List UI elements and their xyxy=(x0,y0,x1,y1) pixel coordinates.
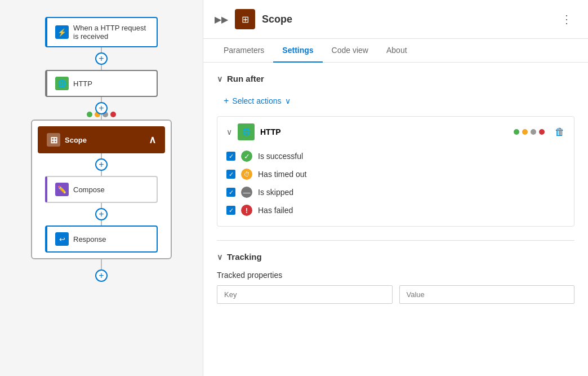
tracking-section: ∨ Tracking Tracked properties xyxy=(217,252,574,304)
scope-header-node[interactable]: ⊞ Scope ∧ xyxy=(38,126,165,153)
http-trigger-label: When a HTTP request is received xyxy=(73,24,146,41)
dot-red xyxy=(110,112,116,117)
add-step-after-scope[interactable]: + xyxy=(95,269,108,282)
condition-timedout-label: Has timed out xyxy=(258,170,306,179)
connector-after-scope: + xyxy=(95,259,108,282)
panel-header: ▶▶ ⊞ Scope ⋮ xyxy=(203,0,588,39)
connector-2: + xyxy=(95,97,108,120)
http-action-node[interactable]: 🌐 HTTP xyxy=(45,70,158,97)
run-after-label: Run after xyxy=(227,74,264,83)
http-run-after-label: HTTP xyxy=(260,127,508,136)
tab-settings[interactable]: Settings xyxy=(273,39,322,63)
compose-node[interactable]: ✏️ Compose xyxy=(45,176,158,203)
panel-collapse-button[interactable]: ▶▶ xyxy=(215,14,228,25)
line-scope xyxy=(101,153,102,158)
line-scope-b xyxy=(101,171,102,176)
compose-label: Compose xyxy=(73,185,105,194)
dot-green xyxy=(87,112,92,117)
run-after-section: ∨ Run after + Select actions ∨ ∨ 🌐 HTTP xyxy=(217,74,574,227)
tracked-key-input[interactable] xyxy=(217,285,393,304)
condition-timedout-row: ✓ ⏱ Has timed out xyxy=(226,165,565,183)
condition-successful-label: Is successful xyxy=(258,152,303,161)
select-actions-button[interactable]: + Select actions ∨ xyxy=(217,92,297,109)
condition-successful-checkbox[interactable]: ✓ xyxy=(226,152,235,161)
condition-skipped-icon: — xyxy=(241,187,252,198)
http-action-icon: 🌐 xyxy=(55,77,69,90)
condition-successful-row: ✓ ✓ Is successful xyxy=(226,147,565,165)
line-after-scope xyxy=(101,259,102,269)
http-dot-gray xyxy=(531,129,536,135)
condition-timedout-checkbox[interactable]: ✓ xyxy=(226,170,235,179)
http-trigger-icon: ⚡ xyxy=(55,25,69,39)
response-label: Response xyxy=(73,235,106,244)
line-compose xyxy=(101,203,102,208)
add-step-2[interactable]: + xyxy=(95,102,108,114)
http-status-dots xyxy=(514,129,545,135)
add-step-compose[interactable]: + xyxy=(95,208,108,220)
connector-scope-inner: + xyxy=(95,153,108,176)
scope-label: Scope xyxy=(65,136,87,144)
condition-failed-label: Has failed xyxy=(258,206,293,215)
scope-wrapper: ⊞ Scope ∧ + ✏️ Compose + xyxy=(31,120,172,259)
settings-tabs: Parameters Settings Code view About xyxy=(203,39,588,63)
plus-icon: + xyxy=(224,96,229,106)
tracking-header[interactable]: ∨ Tracking xyxy=(217,252,574,262)
connector-1: + xyxy=(95,47,108,70)
condition-timedout-icon: ⏱ xyxy=(241,169,252,180)
run-after-chevron: ∨ xyxy=(217,74,222,83)
http-dot-green xyxy=(514,129,519,135)
http-dot-yellow xyxy=(522,129,528,135)
compose-icon: ✏️ xyxy=(55,183,69,196)
tracked-properties-inputs xyxy=(217,285,574,304)
http-dot-red xyxy=(539,129,545,135)
condition-failed-row: ✓ ! Has failed xyxy=(226,201,565,219)
add-step-scope[interactable]: + xyxy=(95,158,108,171)
scope-container: ⊞ Scope ∧ + ✏️ Compose + xyxy=(31,120,172,259)
tracking-chevron: ∨ xyxy=(217,253,222,262)
http-run-after-header: ∨ 🌐 HTTP 🗑 xyxy=(226,123,565,140)
run-after-header[interactable]: ∨ Run after xyxy=(217,74,574,83)
workflow-canvas: ⚡ When a HTTP request is received + 🌐 HT… xyxy=(0,0,203,376)
response-icon: ↩ xyxy=(55,232,69,246)
scope-collapse-icon[interactable]: ∧ xyxy=(149,134,156,146)
response-node[interactable]: ↩ Response xyxy=(45,225,158,253)
scope-icon: ⊞ xyxy=(47,133,60,147)
flow-diagram: ⚡ When a HTTP request is received + 🌐 HT… xyxy=(31,17,172,282)
panel-title: Scope xyxy=(262,14,550,25)
line-2 xyxy=(101,97,102,102)
http-trigger-node[interactable]: ⚡ When a HTTP request is received xyxy=(45,17,158,47)
tracking-label: Tracking xyxy=(227,252,262,262)
tab-parameters[interactable]: Parameters xyxy=(215,39,273,63)
settings-panel: ▶▶ ⊞ Scope ⋮ Parameters Settings Code vi… xyxy=(203,0,588,376)
tab-about[interactable]: About xyxy=(377,39,416,63)
more-options-button[interactable]: ⋮ xyxy=(556,10,577,28)
dropdown-arrow-icon: ∨ xyxy=(285,96,291,105)
http-run-after-icon: 🌐 xyxy=(238,123,255,140)
settings-content: ∨ Run after + Select actions ∨ ∨ 🌐 HTTP xyxy=(203,63,588,376)
tracked-value-input[interactable] xyxy=(399,285,575,304)
scope-header-icon: ⊞ xyxy=(235,9,255,29)
condition-failed-checkbox[interactable]: ✓ xyxy=(226,206,235,215)
tab-codeview[interactable]: Code view xyxy=(323,39,377,63)
condition-skipped-label: Is skipped xyxy=(258,188,293,197)
select-actions-label: Select actions xyxy=(232,96,281,105)
connector-compose: + xyxy=(95,203,108,225)
line-1 xyxy=(101,47,102,52)
add-step-1[interactable]: + xyxy=(95,52,108,65)
http-run-after-block: ∨ 🌐 HTTP 🗑 ✓ ✓ Is successful xyxy=(217,116,574,227)
http-action-label: HTTP xyxy=(73,79,92,88)
line-1b xyxy=(101,65,102,70)
line-compose-b xyxy=(101,220,102,225)
expand-http-chevron[interactable]: ∨ xyxy=(226,127,232,136)
condition-skipped-checkbox[interactable]: ✓ xyxy=(226,188,235,197)
section-divider xyxy=(217,240,574,241)
delete-http-run-after-button[interactable]: 🗑 xyxy=(555,126,565,138)
tracked-properties-label: Tracked properties xyxy=(217,271,574,280)
condition-successful-icon: ✓ xyxy=(241,151,252,162)
condition-failed-icon: ! xyxy=(241,205,252,216)
condition-skipped-row: ✓ — Is skipped xyxy=(226,183,565,201)
